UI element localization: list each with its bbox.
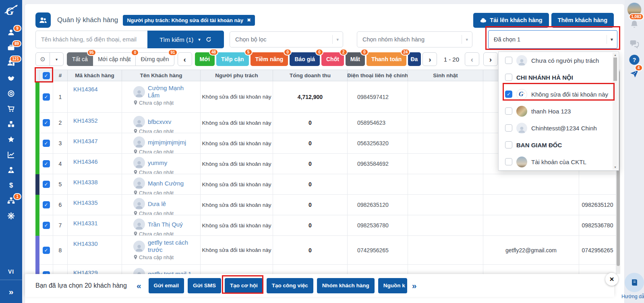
assignee-option-Chinhtesst@1234 Chinh[interactable]: Chinhtesst@1234 Chinh	[499, 120, 619, 136]
scroll-down-icon[interactable]: ▾	[613, 165, 618, 169]
row-checkbox[interactable]: ✓	[43, 140, 50, 147]
pagination-prev-button[interactable]: ‹	[465, 52, 479, 66]
bell-icon[interactable]	[629, 19, 640, 30]
option-checkbox[interactable]	[505, 107, 512, 115]
status-tab-Đa[interactable]: Đa	[408, 52, 421, 66]
dropdown-scrollbar[interactable]: ▴ ▾	[613, 53, 618, 169]
refresh-icon[interactable]	[205, 36, 212, 43]
actions-next-icon[interactable]: »	[412, 281, 417, 291]
sidebar-item-handshake[interactable]	[0, 71, 22, 86]
sidebar-item-target[interactable]	[0, 86, 22, 101]
tab-Mới cập nhật[interactable]: Mới cập nhật0	[93, 52, 136, 66]
status-tab-Thanh toán[interactable]: Thanh toán24	[367, 52, 406, 66]
select-all-checkbox[interactable]: ✓	[43, 72, 50, 79]
option-checkbox[interactable]	[505, 74, 512, 81]
status-tab-Mới[interactable]: Mới48	[195, 52, 215, 66]
row-checkbox[interactable]: ✓	[43, 160, 50, 167]
row-checkbox[interactable]: ✓	[43, 222, 50, 229]
tab-Tất cả[interactable]: Tất cả95	[67, 52, 93, 66]
assignee-option-Chưa có người phụ trách[interactable]: Chưa có người phụ trách	[499, 52, 619, 69]
option-checkbox[interactable]	[505, 158, 512, 165]
option-label: Tài khoản của CKTL	[531, 159, 586, 165]
help-icon[interactable]: ?	[630, 55, 640, 65]
customer-name-link[interactable]: mjmjmjmjmjmj	[148, 139, 186, 146]
customers-module-button[interactable]	[35, 12, 51, 28]
search-input[interactable]	[35, 31, 147, 48]
customer-code-link[interactable]: KH14331	[73, 220, 97, 227]
sidebar-item-gear[interactable]	[0, 208, 22, 224]
customer-group-select[interactable]: Chọn nhóm khách hàng ▾	[357, 31, 472, 47]
tabs-prev-button[interactable]: ‹	[178, 52, 192, 66]
row-checkbox[interactable]: ✓	[43, 93, 50, 101]
radio-view-icon[interactable]: ⊙	[36, 53, 50, 66]
sidebar-item-chart[interactable]	[0, 147, 22, 163]
customer-code-link[interactable]: KH14352	[73, 117, 97, 124]
actions-prev-icon[interactable]: «	[137, 281, 141, 291]
scroll-up-icon[interactable]: ▴	[613, 53, 618, 57]
dropdown-scrollbar-thumb[interactable]	[613, 58, 617, 81]
search-button[interactable]: Tìm kiếm (1) ▾	[147, 31, 224, 48]
customer-code-link[interactable]: KH14346	[73, 159, 97, 165]
row-checkbox[interactable]: ✓	[43, 181, 50, 188]
action-button-Tạo cơ hội[interactable]: Tạo cơ hội	[225, 278, 263, 293]
customer-code-link[interactable]: KH14338	[73, 179, 97, 186]
customer-name-link[interactable]: Dưa lê	[148, 200, 166, 208]
add-customer-button[interactable]: Thêm khách hàng	[551, 13, 614, 28]
status-tab-Báo giá[interactable]: Báo giá0	[290, 52, 320, 66]
customer-name-link[interactable]: Trần Thị Quý	[148, 221, 183, 228]
close-selection-button[interactable]: ×	[605, 273, 618, 286]
assignee-option-Không sửa đổi tài khoản này[interactable]: ✓G´Không sửa đổi tài khoản này	[499, 86, 619, 103]
sidebar-collapse-button[interactable]: »	[0, 280, 22, 303]
tabs-next-button[interactable]: ›	[422, 52, 437, 66]
option-checkbox[interactable]	[505, 141, 512, 148]
option-checkbox[interactable]: ✓	[505, 91, 512, 98]
status-tab-Tiềm năng[interactable]: Tiềm năng0	[251, 52, 288, 66]
sidebar-item-briefcase[interactable]: 89	[0, 40, 22, 56]
assignee-select[interactable]: Đã chọn 1 ▾	[488, 30, 617, 49]
option-checkbox[interactable]	[505, 124, 512, 132]
action-button-Nguồn k[interactable]: Nguồn k	[378, 278, 407, 293]
action-button-Gửi email[interactable]: Gửi email	[149, 278, 184, 293]
assignee-group-CHI NHÁNH HÀ NỘI[interactable]: CHI NHÁNH HÀ NỘI	[499, 69, 619, 86]
pagination-next-button[interactable]: ›	[483, 52, 498, 66]
status-tab-Chốt[interactable]: Chốt2	[321, 52, 344, 66]
status-tab-Mất[interactable]: Mất0	[346, 52, 365, 66]
option-checkbox[interactable]	[505, 57, 512, 64]
assignee-option-thanh Hoa 123[interactable]: thanh Hoa 123	[499, 103, 619, 120]
row-checkbox[interactable]: ✓	[43, 201, 50, 208]
sidebar-item-person-tie[interactable]	[0, 163, 22, 178]
sidebar-item-star[interactable]	[0, 132, 22, 147]
customer-code-link[interactable]: KH14347	[73, 138, 97, 144]
upload-customers-button[interactable]: Tải lên khách hàng	[473, 13, 549, 28]
assignee-option-Tài khoản của CKTL[interactable]: Tài khoản của CKTL	[499, 153, 619, 170]
customer-code-link[interactable]: KH14335	[73, 200, 97, 206]
sidebar-item-cart[interactable]	[0, 101, 22, 117]
action-button-Tạo công việc[interactable]: Tạo công việc	[267, 278, 313, 293]
action-button-Gửi SMS[interactable]: Gửi SMS	[188, 278, 221, 293]
customer-name-link[interactable]: Cường Mạnh Lắm	[148, 85, 193, 99]
filter-select[interactable]: Chọn bộ lọc ▾	[230, 31, 343, 47]
chat-icon[interactable]	[629, 39, 640, 49]
row-checkbox[interactable]: ✓	[43, 247, 50, 254]
sidebar-item-contact[interactable]: 121	[0, 56, 22, 71]
app-logo[interactable]: G	[0, 0, 22, 22]
assignee-group-BAN GIAM ĐỐC[interactable]: BAN GIAM ĐỐC	[499, 136, 619, 153]
customer-name-link[interactable]: yummy	[148, 159, 167, 167]
chevron-down-icon[interactable]: ▾	[50, 53, 63, 66]
sidebar-item-user[interactable]: 9	[0, 25, 22, 40]
customer-code-link[interactable]: KH14364	[73, 86, 97, 93]
sidebar-item-cubes[interactable]	[0, 117, 22, 132]
customer-name-link[interactable]: bfbcxvxv	[148, 118, 171, 126]
guide-button[interactable]	[625, 273, 644, 292]
customer-name-link[interactable]: getfly test cách trước	[148, 239, 193, 254]
action-button-Nhóm khách hàng[interactable]: Nhóm khách hàng	[317, 278, 375, 293]
filter-tag-close-icon[interactable]: ✖	[247, 17, 251, 23]
tab-Đừng quên[interactable]: Đừng quên91	[136, 52, 174, 66]
status-tab-Tiếp cận[interactable]: Tiếp cận5	[216, 52, 249, 66]
language-toggle[interactable]: VI	[0, 264, 22, 280]
customer-name-link[interactable]: Mạnh Cường	[148, 180, 184, 187]
row-checkbox[interactable]: ✓	[43, 119, 50, 126]
sidebar-item-dollar[interactable]: $	[0, 178, 22, 193]
customer-code-link[interactable]: KH14330	[73, 241, 97, 247]
sidebar-item-sitemap[interactable]: 1	[0, 193, 22, 208]
